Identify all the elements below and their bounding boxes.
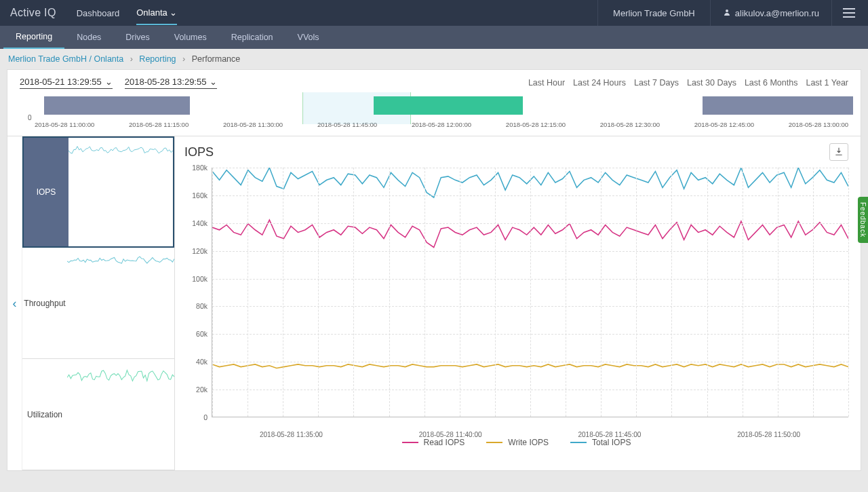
metric-label: Throughput [22,248,67,358]
chevron-down-icon: ⌄ [210,77,217,87]
range-last-24h[interactable]: Last 24 Hours [573,78,626,88]
metric-throughput[interactable]: Throughput [22,248,174,359]
overview-bar [44,96,190,115]
overview-y-zero: 0 [28,114,32,121]
org-name[interactable]: Merlion Trade GmbH [597,0,710,26]
top-bar: Active IQ Dashboard Onlanta ⌄ Merlion Tr… [0,0,868,26]
chart-panel: IOPS 020k40k60k80k100k120k140k160k180k 2… [175,136,861,470]
svg-rect-2 [843,12,855,14]
svg-point-0 [726,10,728,12]
brand-logo: Active IQ [10,7,56,19]
chart-legend: Read IOPS Write IOPS Total IOPS [184,438,848,447]
range-last-7d[interactable]: Last 7 Days [634,78,679,88]
range-last-6m[interactable]: Last 6 Months [745,78,798,88]
download-button[interactable] [829,143,848,161]
subnav-drives[interactable]: Drives [113,26,161,49]
metric-utilization[interactable]: Utilization [22,359,174,470]
breadcrumb: Merlion Trade GmbH / Onlanta › Reporting… [0,49,868,69]
chart-title: IOPS [184,145,214,159]
date-from-picker[interactable]: 2018-05-21 13:29:55 ⌄ [20,77,113,89]
sub-nav: Reporting Nodes Drives Volumes Replicati… [0,26,868,49]
subnav-volumes[interactable]: Volumes [162,26,219,49]
metric-list: IOPS Throughput Utilization [22,136,175,470]
range-last-hour[interactable]: Last Hour [528,78,565,88]
collapse-sidebar-button[interactable]: ‹ [7,136,22,470]
hamburger-menu[interactable] [831,0,858,26]
subnav-reporting[interactable]: Reporting [3,26,64,49]
overview-bar [703,96,853,115]
metric-label: Utilization [22,359,67,470]
user-icon [723,8,731,18]
legend-write[interactable]: Write IOPS [486,438,549,447]
overview-timeline[interactable]: 0 2018-05-28 11:00:002018-05-28 11:15:00… [7,92,861,136]
mini-chart-throughput [67,248,174,358]
subnav-replication[interactable]: Replication [219,26,285,49]
quick-ranges: Last Hour Last 24 Hours Last 7 Days Last… [528,78,848,88]
feedback-tab[interactable]: Feedback [858,197,868,243]
nav-dashboard[interactable]: Dashboard [77,8,120,18]
date-to-picker[interactable]: 2018-05-28 13:29:55 ⌄ [125,77,218,89]
overview-bar [374,96,523,115]
mini-chart-utilization [67,359,174,470]
metric-iops[interactable]: IOPS [22,136,174,248]
svg-rect-3 [843,16,855,18]
user-menu[interactable]: alikulov.a@merlion.ru [710,0,831,26]
range-last-30d[interactable]: Last 30 Days [687,78,736,88]
crumb-org[interactable]: Merlion Trade GmbH / Onlanta [8,54,123,64]
main-chart: 020k40k60k80k100k120k140k160k180k 2018-0… [184,165,848,435]
subnav-nodes[interactable]: Nodes [64,26,113,49]
legend-total[interactable]: Total IOPS [570,438,631,447]
crumb-reporting[interactable]: Reporting [139,54,176,64]
overview-x-ticks: 2018-05-28 11:00:002018-05-28 11:15:0020… [35,121,848,128]
range-last-1y[interactable]: Last 1 Year [806,78,848,88]
chevron-left-icon: ‹ [13,297,17,311]
download-icon [834,147,844,158]
svg-rect-1 [843,8,855,10]
legend-read[interactable]: Read IOPS [402,438,465,447]
nav-context-dropdown[interactable]: Onlanta ⌄ [136,7,177,25]
crumb-current: Performance [192,54,241,64]
toolbar: 2018-05-21 13:29:55 ⌄ 2018-05-28 13:29:5… [7,70,861,92]
subnav-vvols[interactable]: VVols [285,26,332,49]
chevron-down-icon: ⌄ [170,7,177,18]
chevron-down-icon: ⌄ [105,77,113,87]
mini-chart-iops [68,138,173,246]
main-panel: 2018-05-21 13:29:55 ⌄ 2018-05-28 13:29:5… [7,69,861,471]
metric-label: IOPS [24,138,68,246]
